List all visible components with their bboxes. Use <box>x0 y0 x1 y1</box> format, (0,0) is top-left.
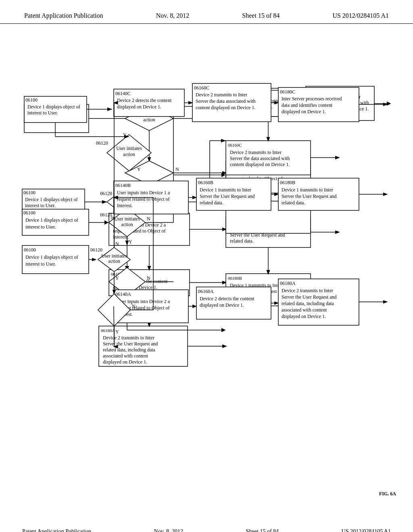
header-sheet: Sheet 15 of 84 <box>242 12 280 19</box>
svg-text:User inputs into Device 1 a: User inputs into Device 1 a <box>117 190 170 195</box>
svg-text:Server the data associated wit: Server the data associated with <box>196 98 256 104</box>
svg-text:displayed on Device 1.: displayed on Device 1. <box>200 302 244 308</box>
svg-text:content displayed on Device 1.: content displayed on Device 1. <box>196 105 255 110</box>
svg-text:06140C: 06140C <box>115 91 131 96</box>
svg-text:Y: Y <box>115 275 119 281</box>
svg-text:06160B: 06160B <box>198 180 213 185</box>
svg-text:Inter Server processes receive: Inter Server processes received <box>282 96 342 102</box>
pub-date: Nov. 8, 2012 <box>154 528 183 532</box>
svg-text:Device 1 transmits to Inter: Device 1 transmits to Inter <box>200 187 251 193</box>
svg-text:06100: 06100 <box>24 247 36 253</box>
svg-text:related data.: related data. <box>200 200 223 206</box>
header-publication: Patent Application Publication <box>24 12 103 19</box>
svg-text:related data, including data: related data, including data <box>282 301 334 306</box>
publication-type: Patent Application Publication <box>22 528 91 532</box>
svg-text:displayed on Device 1.: displayed on Device 1. <box>282 314 326 319</box>
svg-text:06140B: 06140B <box>115 183 131 188</box>
svg-text:06160A: 06160A <box>198 289 214 294</box>
svg-text:06160C: 06160C <box>194 85 209 91</box>
svg-text:displayed on Device 1.: displayed on Device 1. <box>117 104 161 110</box>
svg-text:interest to User.: interest to User. <box>25 261 56 267</box>
svg-text:FIG. 6A: FIG. 6A <box>379 491 396 497</box>
svg-text:06180A: 06180A <box>280 281 296 286</box>
svg-text:Device 2 detects the content: Device 2 detects the content <box>117 98 172 103</box>
svg-text:User inputs into Device 2 a: User inputs into Device 2 a <box>117 299 170 304</box>
svg-text:Device 1 transmits to Inter: Device 1 transmits to Inter <box>282 187 333 193</box>
svg-text:Device 2 detects the content: Device 2 detects the content <box>200 296 254 301</box>
page-wrapper: Patent Application Publication Nov. 8, 2… <box>0 520 413 532</box>
header-patent: US 2012/0284105 A1 <box>332 12 389 19</box>
svg-text:related data.: related data. <box>282 200 305 206</box>
header-date: Nov. 8, 2012 <box>156 12 190 19</box>
svg-text:Server the User Request and: Server the User Request and <box>282 193 337 199</box>
page-header-bar: Patent Application Publication Nov. 8, 2… <box>0 520 413 532</box>
svg-text:request related to Object of: request related to Object of <box>117 196 170 202</box>
svg-text:Device 2 transmits to Inter: Device 2 transmits to Inter <box>282 288 333 293</box>
svg-text:06120: 06120 <box>90 247 102 253</box>
diagram-area: 06100 Device 1 displays object of intere… <box>0 28 413 520</box>
svg-text:User initiates: User initiates <box>101 253 127 259</box>
page-header: Patent Application Publication Nov. 8, 2… <box>0 0 413 24</box>
svg-text:Device 2 transmits to Inter: Device 2 transmits to Inter <box>196 92 247 98</box>
main-diagram: 06140C Device 2 detects the content disp… <box>0 28 413 507</box>
svg-text:06140A: 06140A <box>115 291 131 297</box>
svg-text:Device 1 displays object of: Device 1 displays object of <box>25 254 78 260</box>
svg-text:N: N <box>132 303 136 309</box>
svg-text:action: action <box>108 258 120 264</box>
svg-text:Server the User Request and: Server the User Request and <box>282 294 337 300</box>
svg-text:displayed on Device 1.: displayed on Device 1. <box>282 109 326 114</box>
svg-text:Interest.: Interest. <box>117 203 133 208</box>
patent-number: US 2012/0284105 A1 <box>342 528 391 532</box>
svg-text:N: N <box>115 241 119 247</box>
svg-text:06180C: 06180C <box>280 89 295 95</box>
svg-text:associated with content: associated with content <box>282 307 327 313</box>
svg-text:data and identifies content: data and identifies content <box>282 102 333 108</box>
svg-text:06180B: 06180B <box>280 180 295 185</box>
sheet-info: Sheet 15 of 84 <box>246 528 279 532</box>
svg-text:Y: Y <box>115 329 119 335</box>
svg-text:Server the User Request and: Server the User Request and <box>200 193 255 199</box>
